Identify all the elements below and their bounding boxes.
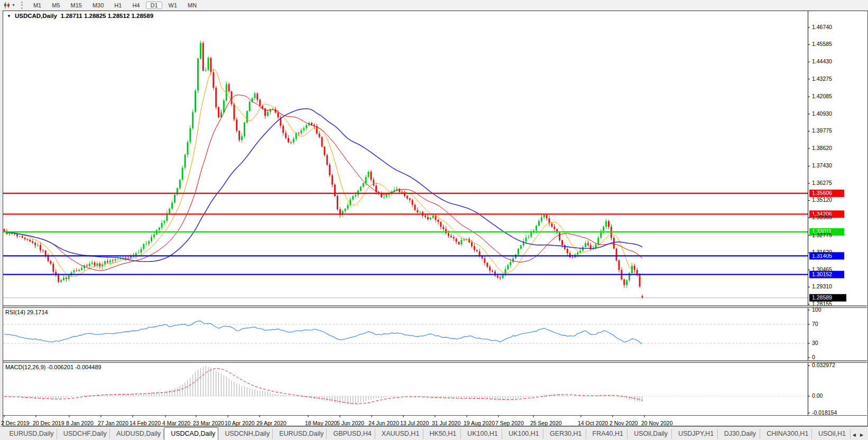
svg-text:1.39775: 1.39775 xyxy=(812,127,832,134)
symbol-tab-eurusd-daily[interactable]: EURUSD,Daily xyxy=(273,429,327,439)
svg-text:1.32775: 1.32775 xyxy=(812,232,832,238)
svg-text:1.37430: 1.37430 xyxy=(812,162,832,168)
svg-text:0: 0 xyxy=(812,354,815,360)
symbol-tab-xauusd-h1[interactable]: XAUUSD,H1 xyxy=(375,429,423,439)
svg-text:13 Jul 2020: 13 Jul 2020 xyxy=(400,420,429,426)
chart-title-ohlc: 1.28711 1.28825 1.28512 1.28589 xyxy=(61,13,153,19)
svg-text:18 May 2020: 18 May 2020 xyxy=(305,420,337,426)
timeframe-button-h1[interactable]: H1 xyxy=(110,2,126,9)
svg-text:19 Aug 2020: 19 Aug 2020 xyxy=(464,420,495,426)
symbol-tab-dj30-daily[interactable]: DJ30,Daily xyxy=(718,429,761,439)
svg-text:100: 100 xyxy=(812,306,821,313)
chart-style-icon[interactable]: ▼ xyxy=(2,1,17,10)
symbol-tab-usoil-h1[interactable]: USOil,H1 xyxy=(812,429,851,439)
svg-text:4 Mar 2020: 4 Mar 2020 xyxy=(162,420,190,426)
symbol-tab-usdcad-daily[interactable]: USDCAD,Daily xyxy=(164,427,218,440)
symbol-tab-usdcnh-daily[interactable]: USDCNH,Daily xyxy=(218,429,273,439)
symbol-tab-usdchf-daily[interactable]: USDCHF,Daily xyxy=(57,429,110,439)
svg-text:1.28589: 1.28589 xyxy=(812,294,832,301)
macd-indicator-label: MACD(12,26,9) -0.006201 -0.004489 xyxy=(5,364,101,370)
svg-text:1.42085: 1.42085 xyxy=(812,93,832,99)
svg-text:1.36275: 1.36275 xyxy=(812,180,832,186)
svg-text:20 Nov 2020: 20 Nov 2020 xyxy=(641,420,673,426)
svg-text:1.38620: 1.38620 xyxy=(812,145,832,151)
svg-text:0.00: 0.00 xyxy=(812,392,823,399)
tab-scroll-right-icon[interactable]: ▶ xyxy=(860,433,863,437)
svg-text:31 Jul 2020: 31 Jul 2020 xyxy=(432,420,460,426)
svg-text:-0.018154: -0.018154 xyxy=(812,409,837,416)
symbol-dropdown-icon[interactable]: ▼ xyxy=(7,14,11,18)
svg-text:25 Sep 2020: 25 Sep 2020 xyxy=(530,420,562,426)
symbol-tab-fra40-h1[interactable]: FRA40,H1 xyxy=(586,429,628,439)
timeframe-toolbar: ▼ M1M5M15M30H1H4D1W1MN xyxy=(0,0,868,11)
symbol-tab-uk100-h1[interactable]: UK100,H1 xyxy=(461,429,502,439)
symbol-tab-hk50-h1[interactable]: HK50,H1 xyxy=(423,429,461,439)
svg-text:1.31620: 1.31620 xyxy=(812,249,832,255)
svg-text:27 Jan 2020: 27 Jan 2020 xyxy=(98,420,128,426)
timeframe-button-d1[interactable]: D1 xyxy=(146,2,162,9)
toolbar-grip[interactable] xyxy=(21,2,23,9)
svg-text:10 Apr 2020: 10 Apr 2020 xyxy=(225,420,255,426)
symbol-tab-usoil-daily[interactable]: USOil,Daily xyxy=(627,429,672,439)
chart-title: ▼USDCAD,Daily1.28711 1.28825 1.28512 1.2… xyxy=(7,13,153,19)
svg-text:30: 30 xyxy=(812,340,818,346)
svg-text:24 Jun 2020: 24 Jun 2020 xyxy=(368,420,399,426)
svg-text:1.30465: 1.30465 xyxy=(812,266,832,273)
svg-text:1.35120: 1.35120 xyxy=(812,196,832,203)
svg-text:1.35606: 1.35606 xyxy=(812,190,832,196)
timeframe-button-m5[interactable]: M5 xyxy=(48,2,64,9)
svg-text:1.44430: 1.44430 xyxy=(812,58,832,64)
timeframe-button-w1[interactable]: W1 xyxy=(164,2,182,9)
chart-canvas[interactable]: 1.356061.342061.330111.314051.301521.285… xyxy=(0,0,868,426)
symbol-tab-audusd-daily[interactable]: AUDUSD,Daily xyxy=(110,429,164,439)
svg-text:5 Jun 2020: 5 Jun 2020 xyxy=(337,420,364,426)
timeframe-button-m15[interactable]: M15 xyxy=(67,2,86,9)
timeframe-buttons: M1M5M15M30H1H4D1W1MN xyxy=(28,2,202,9)
svg-text:1.33965: 1.33965 xyxy=(812,214,832,220)
symbol-tab-usdjpy-h1[interactable]: USDJPY,H1 xyxy=(672,429,718,439)
svg-text:2 Dec 2019: 2 Dec 2019 xyxy=(1,420,30,426)
svg-text:1.29310: 1.29310 xyxy=(812,283,832,289)
tab-scroll-left-icon[interactable]: ◀ xyxy=(853,433,856,437)
svg-text:1.45585: 1.45585 xyxy=(812,41,832,47)
chart-title-symbol: USDCAD,Daily xyxy=(15,13,57,19)
timeframe-button-m1[interactable]: M1 xyxy=(29,2,45,9)
svg-text:20 Dec 2019: 20 Dec 2019 xyxy=(33,420,64,426)
timeframe-button-h4[interactable]: H4 xyxy=(128,2,144,9)
tab-scroll-arrows: ◀▶ xyxy=(851,433,868,440)
svg-text:0.032972: 0.032972 xyxy=(812,362,835,368)
svg-text:7 Sep 2020: 7 Sep 2020 xyxy=(495,420,524,426)
rsi-indicator-label: RSI(14) 29.1714 xyxy=(5,309,48,315)
svg-text:1.40930: 1.40930 xyxy=(812,110,832,117)
timeframe-button-mn[interactable]: MN xyxy=(183,2,201,9)
mt4-workspace: ▼ M1M5M15M30H1H4D1W1MN ▼USDCAD,Daily1.28… xyxy=(0,0,868,440)
svg-text:1.43275: 1.43275 xyxy=(812,76,832,82)
svg-text:1.46740: 1.46740 xyxy=(812,24,832,30)
svg-text:29 Apr 2020: 29 Apr 2020 xyxy=(256,420,287,426)
symbol-tab-eurusd-daily[interactable]: EURUSD,Daily xyxy=(3,429,57,439)
svg-text:14 Feb 2020: 14 Feb 2020 xyxy=(130,420,161,426)
symbol-tab-china300-h1[interactable]: CHINA300,H1 xyxy=(760,429,812,439)
chevron-down-icon: ▼ xyxy=(12,3,15,7)
svg-text:23 Mar 2020: 23 Mar 2020 xyxy=(193,420,224,426)
symbol-tab-ger30-h1[interactable]: GER30,H1 xyxy=(543,429,586,439)
svg-text:70: 70 xyxy=(812,321,818,327)
svg-text:8 Jan 2020: 8 Jan 2020 xyxy=(66,420,94,426)
svg-text:14 Oct 2020: 14 Oct 2020 xyxy=(578,420,608,426)
timeframe-button-m30[interactable]: M30 xyxy=(88,2,108,9)
symbol-tab-uk100-h1[interactable]: UK100,H1 xyxy=(502,429,543,439)
svg-text:2 Nov 2020: 2 Nov 2020 xyxy=(610,420,638,426)
symbol-tab-bar: EURUSD,DailyUSDCHF,DailyAUDUSD,DailyUSDC… xyxy=(0,426,868,440)
symbol-tab-gbpusd-h4[interactable]: GBPUSD,H4 xyxy=(327,429,375,439)
